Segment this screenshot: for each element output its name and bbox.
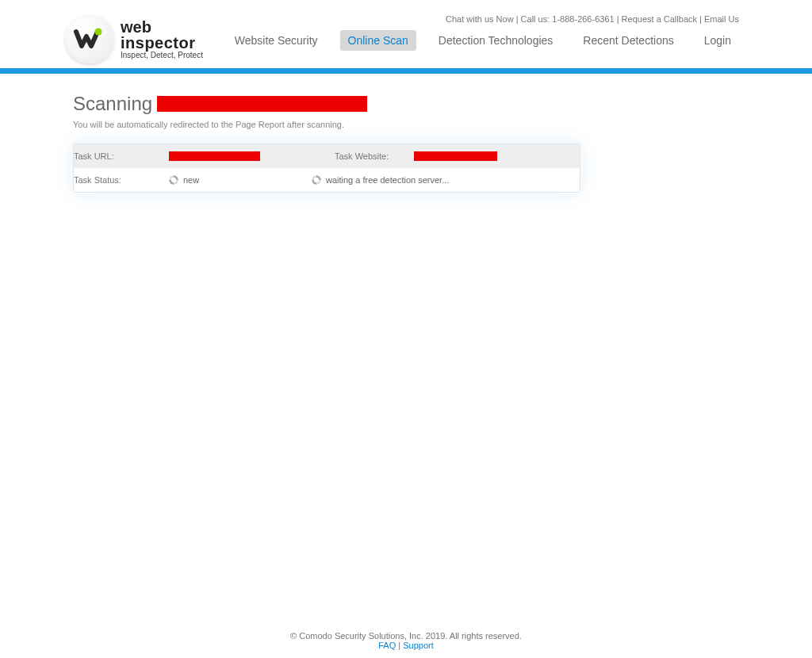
sep: | [697,14,704,24]
nav-website-security[interactable]: Website Security [227,30,326,51]
nav-login[interactable]: Login [696,30,739,51]
status-text: new [183,175,199,185]
brand-logo[interactable]: web inspector Inspect, Detect, Protect [65,14,203,63]
sep: | [396,641,403,650]
main-content: Scanning You will be automatically redir… [73,74,739,623]
header-divider [0,68,812,74]
wait-text: waiting a free detection server... [326,175,449,185]
label-task-website: Task Website: [335,144,414,168]
sep: | [615,14,622,24]
brand-text: web inspector Inspect, Detect, Protect [121,19,203,59]
header: web inspector Inspect, Detect, Protect C… [0,0,812,51]
value-wait-message: waiting a free detection server... [312,168,580,192]
label-task-status: Task Status: [74,168,169,192]
page-subtitle: You will be automatically redirected to … [73,120,739,129]
page-title: Scanning [73,93,739,115]
task-row-status: Task Status: new waiting a free detectio… [74,168,580,192]
chat-link[interactable]: Chat with us Now [446,14,514,24]
spinner-icon [312,175,321,185]
brand-line1: web [121,19,203,35]
call-prefix: Call us: [521,14,553,24]
task-row-url: Task URL: Task Website: [74,144,580,168]
phone-link[interactable]: 1-888-266-6361 [552,14,614,24]
brand-tagline: Inspect, Detect, Protect [121,51,203,59]
copyright: © Comodo Security Solutions, Inc. 2019. … [0,631,812,641]
nav-recent-detections[interactable]: Recent Detections [575,30,681,51]
value-task-website [414,144,580,168]
label-task-url: Task URL: [74,144,169,168]
spinner-icon [169,175,178,185]
email-link[interactable]: Email Us [704,14,739,24]
faq-link[interactable]: FAQ [378,641,396,650]
redacted-task-website [414,151,497,161]
brand-line2: inspector [121,35,203,51]
nav-detection-technologies[interactable]: Detection Technologies [431,30,561,51]
nav-online-scan[interactable]: Online Scan [340,30,416,51]
svg-point-0 [95,29,102,36]
callback-link[interactable]: Request a Callback [622,14,697,24]
footer: © Comodo Security Solutions, Inc. 2019. … [0,623,812,658]
logo-icon [65,14,114,63]
task-panel: Task URL: Task Website: Task Status: new… [73,143,580,193]
redacted-task-url [169,151,260,161]
redacted-target-url [157,96,367,112]
title-prefix: Scanning [73,93,152,115]
value-task-status: new [169,168,312,192]
sep: | [514,14,521,24]
support-link[interactable]: Support [403,641,434,650]
value-task-url [169,144,335,168]
